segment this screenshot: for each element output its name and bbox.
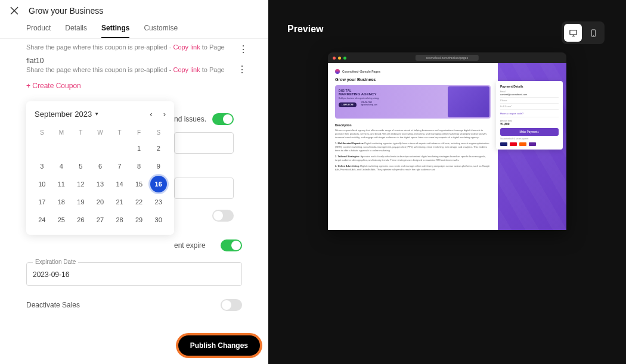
copy-link-2[interactable]: Copy link bbox=[173, 66, 200, 73]
share-line-2: Share the page where this coupon is pre-… bbox=[26, 66, 242, 73]
tab-customise[interactable]: Customise bbox=[144, 24, 178, 38]
expiration-input[interactable] bbox=[33, 270, 235, 279]
toggle-issues[interactable] bbox=[212, 113, 234, 125]
calendar-empty bbox=[53, 140, 70, 157]
calendar-day[interactable]: 25 bbox=[53, 211, 70, 228]
calendar-month-label: September 2023 bbox=[35, 110, 92, 119]
calendar-prev[interactable]: ‹ bbox=[150, 110, 152, 119]
calendar-day[interactable]: 27 bbox=[92, 211, 109, 228]
preview-page: Cosmofeed–Sample Pages Grow your Busines… bbox=[328, 63, 566, 230]
calendar-day[interactable]: 1 bbox=[131, 140, 147, 157]
calendar-day[interactable]: 15 bbox=[131, 176, 147, 192]
calendar-day[interactable]: 13 bbox=[92, 176, 109, 192]
calendar-day[interactable]: 19 bbox=[72, 194, 89, 210]
secure-text: Guaranteed safe & secure payment bbox=[500, 138, 559, 140]
preview-title: Preview bbox=[287, 24, 607, 35]
calendar-dow: W bbox=[91, 126, 110, 139]
calendar-month-select[interactable]: September 2023 ▼ bbox=[35, 110, 99, 119]
header: Grow your Business bbox=[0, 0, 268, 20]
share-line-1: Share the page where this coupon is pre-… bbox=[26, 43, 242, 51]
to-page: to Page bbox=[200, 43, 225, 51]
banner: DIGITAL MARKETING AGENCY Build your busi… bbox=[335, 85, 491, 119]
page-title: Grow your Business bbox=[29, 6, 103, 15]
desc-p4: 3. Online Advertising: Digital marketing… bbox=[335, 164, 491, 172]
calendar-day[interactable]: 14 bbox=[111, 176, 128, 192]
toggle-mid[interactable] bbox=[212, 210, 234, 222]
calendar-day[interactable]: 9 bbox=[150, 158, 167, 175]
calendar-dow: S bbox=[148, 126, 168, 139]
calendar-dow: S bbox=[32, 126, 52, 139]
mobile-preview-button[interactable] bbox=[584, 24, 602, 42]
calendar-day[interactable]: 4 bbox=[53, 158, 70, 175]
desktop-preview-button[interactable] bbox=[564, 24, 582, 42]
tabs: Product Details Settings Customise bbox=[0, 20, 268, 39]
calendar-day[interactable]: 8 bbox=[131, 158, 147, 175]
calendar-day[interactable]: 12 bbox=[72, 176, 89, 192]
calendar-empty bbox=[72, 140, 89, 157]
calendar-day[interactable]: 29 bbox=[131, 211, 147, 228]
toggle-deactivate[interactable] bbox=[221, 299, 242, 311]
calendar-day[interactable]: 22 bbox=[131, 194, 147, 210]
banner-cta: LEARN MORE bbox=[339, 102, 357, 107]
mobile-icon bbox=[589, 29, 598, 38]
bottom-section: ent expire Expiration Date Deactivate Sa… bbox=[26, 239, 242, 311]
tab-product[interactable]: Product bbox=[26, 24, 51, 38]
svg-point-2 bbox=[593, 35, 593, 35]
chevron-down-icon: ▼ bbox=[94, 111, 99, 117]
desktop-icon bbox=[569, 29, 578, 38]
calendar-day[interactable]: 16 bbox=[150, 176, 167, 192]
editor-panel: Grow your Business Product Details Setti… bbox=[0, 0, 268, 364]
calendar-day[interactable]: 6 bbox=[92, 158, 109, 175]
calendar-day[interactable]: 3 bbox=[33, 158, 50, 175]
more-icon-2[interactable]: ⋮ bbox=[237, 64, 247, 75]
make-payment-button: Make Payment › bbox=[500, 128, 559, 136]
preview-panel: Preview cosmofeed.com/checkoutpages Cosm… bbox=[268, 0, 626, 364]
more-icon[interactable]: ⋮ bbox=[238, 43, 247, 55]
pay-coupon-link: Have a coupon code? bbox=[500, 112, 559, 117]
expiration-field[interactable]: Expiration Date bbox=[26, 262, 242, 286]
preview-content: Cosmofeed–Sample Pages Grow your Busines… bbox=[328, 63, 498, 230]
calendar-day[interactable]: 26 bbox=[72, 211, 89, 228]
deactivate-label: Deactivate Sales bbox=[26, 301, 80, 309]
tab-details[interactable]: Details bbox=[65, 24, 87, 38]
publish-button[interactable]: Publish Changes bbox=[178, 335, 260, 356]
payment-title: Payment Details bbox=[500, 85, 559, 88]
close-icon[interactable] bbox=[10, 6, 19, 15]
share-prefix: Share the page where this coupon is pre-… bbox=[26, 43, 173, 51]
peek-content: nd issues. bbox=[174, 113, 234, 222]
calendar-day[interactable]: 10 bbox=[33, 176, 50, 192]
calendar-day[interactable]: 17 bbox=[33, 194, 50, 210]
peek-text-issues: nd issues. bbox=[174, 115, 206, 123]
calendar-day[interactable]: 21 bbox=[111, 194, 128, 210]
pay-email: content@cosmofeed.com bbox=[500, 93, 559, 98]
calendar-day[interactable]: 20 bbox=[92, 194, 109, 210]
calendar-day[interactable]: 18 bbox=[53, 194, 70, 210]
brand-name: Cosmofeed–Sample Pages bbox=[342, 70, 380, 73]
calendar-next[interactable]: › bbox=[163, 110, 166, 119]
calendar-day[interactable]: 2 bbox=[150, 140, 167, 157]
create-coupon-link[interactable]: + Create Coupon bbox=[26, 82, 81, 90]
peek-input-1[interactable] bbox=[174, 132, 234, 154]
calendar-day[interactable]: 7 bbox=[111, 158, 128, 175]
copy-link[interactable]: Copy link bbox=[173, 43, 200, 51]
calendar-day[interactable]: 30 bbox=[150, 211, 167, 228]
calendar-day[interactable]: 11 bbox=[53, 176, 70, 192]
calendar-empty bbox=[33, 140, 50, 157]
calendar-grid: SMTWTFS123456789101112131415161718192021… bbox=[32, 126, 168, 229]
browser-mock: cosmofeed.com/checkoutpages Cosmofeed–Sa… bbox=[328, 52, 566, 230]
calendar-day[interactable]: 28 bbox=[111, 211, 128, 228]
peek-input-2[interactable] bbox=[174, 178, 234, 199]
calendar-day[interactable]: 23 bbox=[150, 194, 167, 210]
payment-card: Payment Details Email content@cosmofeed.… bbox=[496, 81, 563, 150]
toggle-expire[interactable] bbox=[221, 239, 242, 251]
brand-logo bbox=[335, 69, 340, 74]
tab-settings[interactable]: Settings bbox=[101, 24, 129, 38]
preview-page-title: Grow your Business bbox=[335, 77, 491, 82]
calendar-day[interactable]: 5 bbox=[72, 158, 89, 175]
pay-phone: Phone bbox=[500, 98, 559, 104]
calendar-dow: F bbox=[129, 126, 149, 139]
pay-fullname: Full Name* bbox=[500, 104, 559, 110]
calendar-day[interactable]: 24 bbox=[33, 211, 50, 228]
banner-contact: 123-456-7890digitalmarketing.com bbox=[361, 101, 377, 106]
desc-heading: Description bbox=[335, 123, 491, 127]
